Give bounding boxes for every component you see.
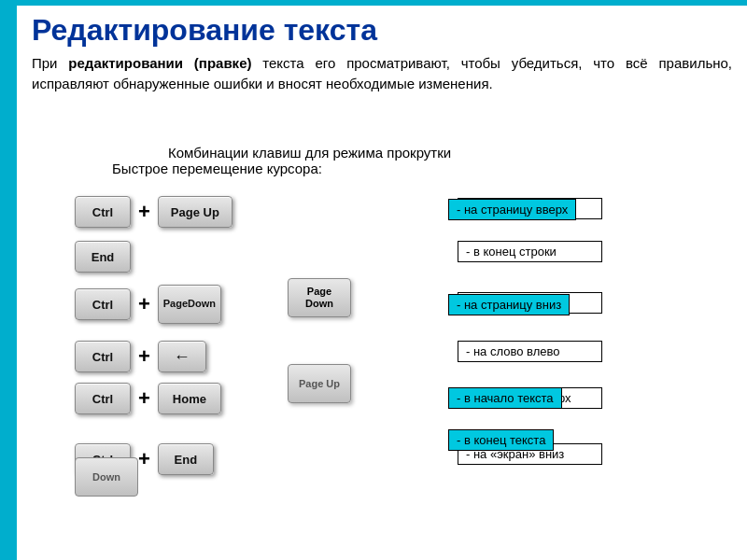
key-home: Home (158, 383, 221, 414)
bg-pageup-key: Page Up (288, 364, 351, 403)
plus-3: + (138, 344, 150, 369)
subtitle-paragraph: При редактировании (правке) текста его п… (32, 53, 732, 94)
key-ctrl-2: Ctrl (75, 288, 131, 320)
bg-down-key: Down (75, 457, 138, 497)
combo-row-3: Ctrl + PageDown (75, 285, 221, 324)
subtitle-bold: редактировании (правке) (68, 55, 251, 71)
scroll-heading: Комбинации клавиш для режима прокрутки (168, 145, 451, 161)
bg-pagedown-key: PageDown (288, 278, 351, 317)
left-accent-bar (0, 0, 17, 560)
combo-row-2: End (75, 241, 131, 273)
key-pagedown: PageDown (158, 285, 221, 324)
key-end-2: End (158, 443, 214, 475)
desc-end-of-line: - в конец строки (458, 241, 602, 262)
plus-5: + (138, 447, 150, 471)
key-ctrl-4: Ctrl (75, 383, 131, 414)
desc-text-end-overlay: - в конец текста (448, 429, 554, 451)
main-content: Редактирование текста При редактировании… (17, 6, 747, 109)
desc-text-start-overlay: - в начало текста (448, 387, 562, 409)
key-end-1: End (75, 241, 131, 273)
key-ctrl-3: Ctrl (75, 341, 131, 372)
combo-row-5: Ctrl + Home (75, 383, 221, 414)
key-arrow-left: ← (158, 341, 206, 372)
plus-1: + (138, 200, 150, 224)
desc-page-up-overlay: - на страницу вверх (448, 199, 576, 220)
page-title: Редактирование текста (32, 13, 732, 48)
desc-word-left: - на слово влево (458, 341, 602, 362)
combo-row-1: Ctrl + Page Up (75, 196, 233, 228)
combo-row-4: Ctrl + ← (75, 341, 206, 372)
key-ctrl-1: Ctrl (75, 196, 131, 228)
fast-move-heading: Быстрое перемещение курсора: (112, 161, 322, 176)
plus-2: + (138, 292, 150, 316)
key-pageup: Page Up (158, 196, 233, 228)
desc-page-down-overlay: - на страницу вниз (448, 294, 570, 315)
subtitle-part1: При (32, 55, 68, 71)
plus-4: + (138, 386, 150, 411)
